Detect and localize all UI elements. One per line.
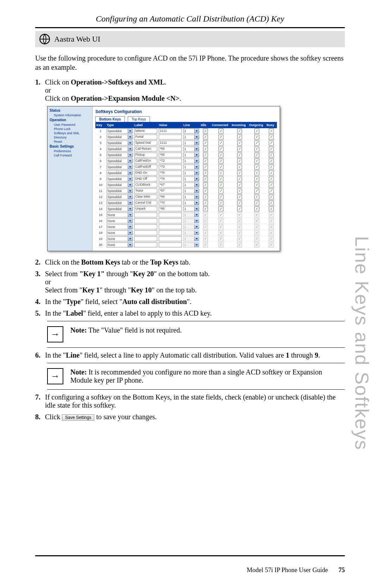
label-input[interactable]: Portal <box>134 135 157 140</box>
label-input[interactable]: CallFwdOff <box>134 165 157 169</box>
incoming-checkbox[interactable] <box>237 188 242 193</box>
outgoing-checkbox[interactable] <box>254 171 259 175</box>
busy-checkbox[interactable] <box>269 194 274 199</box>
idle-checkbox[interactable] <box>203 141 208 146</box>
connected-checkbox[interactable] <box>218 200 223 205</box>
label-input[interactable]: Call Return <box>134 147 157 151</box>
line-select[interactable]: 1 <box>183 177 199 181</box>
connected-checkbox[interactable] <box>218 135 223 140</box>
outgoing-checkbox[interactable] <box>254 153 259 157</box>
line-select[interactable]: 1 <box>183 135 199 140</box>
type-select[interactable]: Speeddial <box>107 194 133 199</box>
connected-checkbox[interactable] <box>218 194 223 199</box>
outgoing-checkbox[interactable] <box>254 182 259 187</box>
line-select[interactable]: 1 <box>183 153 199 157</box>
outgoing-checkbox[interactable] <box>254 177 259 181</box>
label-input[interactable]: CallFwdOn <box>134 159 157 163</box>
connected-checkbox[interactable] <box>218 206 223 211</box>
busy-checkbox[interactable] <box>269 153 274 157</box>
busy-checkbox[interactable] <box>269 165 274 169</box>
incoming-checkbox[interactable] <box>237 147 242 151</box>
line-select[interactable]: 1 <box>183 171 199 175</box>
value-input[interactable]: *79 <box>159 177 182 181</box>
incoming-checkbox[interactable] <box>237 165 242 169</box>
type-select[interactable]: Speeddial <box>107 177 133 181</box>
connected-checkbox[interactable] <box>218 171 223 175</box>
line-select[interactable]: 1 <box>183 159 199 163</box>
sidebar-item[interactable]: User Password <box>48 123 92 127</box>
value-input[interactable]: *69 <box>159 147 182 151</box>
outgoing-checkbox[interactable] <box>254 129 259 134</box>
label-input[interactable]: Trace <box>134 188 157 193</box>
incoming-checkbox[interactable] <box>237 159 242 163</box>
value-input[interactable]: *98 <box>159 153 182 157</box>
value-input[interactable]: *57 <box>159 188 182 193</box>
label-input[interactable]: labtest <box>134 129 157 134</box>
sidebar-item[interactable]: Directory <box>48 135 92 140</box>
outgoing-checkbox[interactable] <box>254 200 259 205</box>
type-select[interactable]: Speeddial <box>107 188 133 193</box>
line-select[interactable]: 1 <box>183 200 199 205</box>
connected-checkbox[interactable] <box>218 147 223 151</box>
line-select[interactable]: 1 <box>183 147 199 151</box>
idle-checkbox[interactable] <box>203 135 208 140</box>
connected-checkbox[interactable] <box>218 153 223 157</box>
value-input[interactable]: 1111 <box>159 129 182 134</box>
type-select[interactable]: Speeddial <box>107 200 133 205</box>
idle-checkbox[interactable] <box>203 153 208 157</box>
idle-checkbox[interactable] <box>203 182 208 187</box>
label-input[interactable]: Clear MWI <box>134 194 157 199</box>
label-input[interactable]: DND Off <box>134 177 157 181</box>
type-select[interactable]: Speeddial <box>107 147 133 151</box>
idle-checkbox[interactable] <box>203 159 208 163</box>
line-select[interactable]: 2 <box>183 129 199 134</box>
incoming-checkbox[interactable] <box>237 129 242 134</box>
value-input[interactable]: *67 <box>159 182 182 187</box>
busy-checkbox[interactable] <box>269 159 274 163</box>
type-select[interactable]: None <box>107 218 133 223</box>
connected-checkbox[interactable] <box>218 188 223 193</box>
outgoing-checkbox[interactable] <box>254 165 259 169</box>
value-input[interactable]: *78 <box>159 171 182 175</box>
idle-checkbox[interactable] <box>203 188 208 193</box>
value-input[interactable]: *72 <box>159 159 182 163</box>
type-select[interactable]: Speeddial <box>107 171 133 175</box>
line-select[interactable]: 1 <box>183 141 199 146</box>
busy-checkbox[interactable] <box>269 147 274 151</box>
incoming-checkbox[interactable] <box>237 200 242 205</box>
idle-checkbox[interactable] <box>203 177 208 181</box>
busy-checkbox[interactable] <box>269 182 274 187</box>
label-input[interactable]: Pickup <box>134 153 157 157</box>
busy-checkbox[interactable] <box>269 206 274 211</box>
idle-checkbox[interactable] <box>203 206 208 211</box>
value-input[interactable]: *70 <box>159 200 182 205</box>
busy-checkbox[interactable] <box>269 135 274 140</box>
type-select[interactable]: None <box>107 224 133 229</box>
incoming-checkbox[interactable] <box>237 182 242 187</box>
label-input[interactable]: Unpark <box>134 206 157 211</box>
connected-checkbox[interactable] <box>218 141 223 146</box>
value-input[interactable]: *73 <box>159 165 182 169</box>
line-select[interactable]: 1 <box>183 194 199 199</box>
type-select[interactable]: Speeddial <box>107 206 133 211</box>
outgoing-checkbox[interactable] <box>254 159 259 163</box>
busy-checkbox[interactable] <box>269 129 274 134</box>
idle-checkbox[interactable] <box>203 194 208 199</box>
incoming-checkbox[interactable] <box>237 135 242 140</box>
busy-checkbox[interactable] <box>269 141 274 146</box>
label-input[interactable]: CLIDBlock <box>134 182 157 187</box>
line-select[interactable]: 1 <box>183 188 199 193</box>
outgoing-checkbox[interactable] <box>254 147 259 151</box>
incoming-checkbox[interactable] <box>237 177 242 181</box>
connected-checkbox[interactable] <box>218 165 223 169</box>
sidebar-item[interactable]: Call Forward <box>48 153 92 157</box>
sidebar-item[interactable]: Preferences <box>48 149 92 153</box>
type-select[interactable]: None <box>107 230 133 235</box>
idle-checkbox[interactable] <box>203 129 208 134</box>
sidebar-item[interactable]: Reset <box>48 140 92 144</box>
busy-checkbox[interactable] <box>269 171 274 175</box>
idle-checkbox[interactable] <box>203 165 208 169</box>
type-select[interactable]: Speeddial <box>107 182 133 187</box>
type-select[interactable]: Speeddial <box>107 159 133 163</box>
connected-checkbox[interactable] <box>218 182 223 187</box>
